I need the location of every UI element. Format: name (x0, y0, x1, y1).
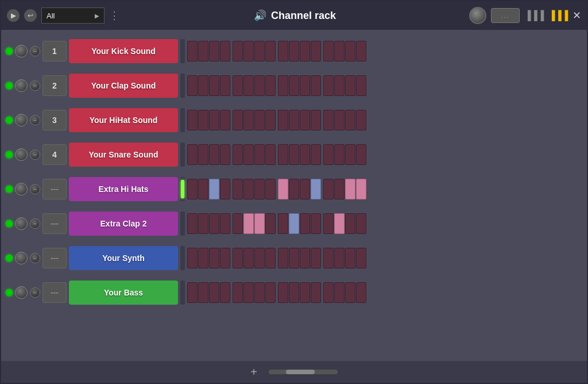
pad[interactable] (300, 282, 310, 303)
channel-led[interactable] (6, 255, 13, 262)
channel-minus-btn[interactable]: − (30, 149, 40, 160)
pattern-dropdown[interactable]: All ▶ (41, 7, 105, 24)
pad[interactable] (300, 248, 310, 268)
channel-label[interactable]: Your Snare Sound (69, 143, 178, 167)
pad[interactable] (243, 282, 254, 303)
pad[interactable] (311, 41, 321, 62)
channel-number[interactable]: --- (42, 179, 67, 199)
add-channel-button[interactable]: + (250, 366, 257, 379)
pad[interactable] (345, 110, 355, 130)
pad[interactable] (265, 41, 276, 62)
pad[interactable] (187, 179, 198, 199)
pad[interactable] (198, 110, 208, 130)
pad[interactable] (198, 213, 208, 234)
pad[interactable] (209, 179, 219, 199)
pad[interactable] (356, 213, 366, 234)
undo-button[interactable]: ↩ (24, 9, 37, 22)
pad[interactable] (334, 110, 345, 130)
pad[interactable] (278, 41, 288, 62)
dots-button[interactable]: ⋮ (109, 9, 121, 22)
pad[interactable] (356, 179, 366, 199)
close-button[interactable]: ✕ (572, 9, 581, 22)
pad[interactable] (254, 213, 265, 234)
pad[interactable] (209, 282, 219, 303)
pad[interactable] (233, 144, 243, 165)
pad[interactable] (209, 213, 219, 234)
pad[interactable] (243, 144, 254, 165)
pad[interactable] (311, 248, 321, 268)
pad[interactable] (311, 213, 321, 234)
pad[interactable] (334, 213, 345, 234)
pad[interactable] (289, 144, 299, 165)
pad[interactable] (323, 179, 334, 199)
pad[interactable] (254, 144, 265, 165)
channel-minus-btn[interactable]: − (30, 218, 40, 229)
channel-minus-btn[interactable]: − (30, 184, 40, 194)
pad[interactable] (334, 248, 345, 268)
channel-number[interactable]: 3 (42, 110, 67, 130)
pad[interactable] (300, 179, 310, 199)
pad[interactable] (233, 282, 243, 303)
channel-label[interactable]: Extra Hi Hats (69, 177, 178, 201)
pad[interactable] (198, 75, 208, 96)
pad[interactable] (356, 282, 366, 303)
pad[interactable] (323, 213, 334, 234)
pad[interactable] (311, 179, 321, 199)
pad[interactable] (334, 144, 345, 165)
channel-volume-knob[interactable] (15, 114, 28, 126)
pad[interactable] (187, 282, 198, 303)
pad[interactable] (334, 41, 345, 62)
channel-led[interactable] (6, 48, 13, 55)
pad[interactable] (278, 282, 288, 303)
pad[interactable] (323, 248, 334, 268)
pad[interactable] (345, 248, 355, 268)
pad[interactable] (300, 144, 310, 165)
pad[interactable] (300, 213, 310, 234)
pad[interactable] (198, 282, 208, 303)
channel-number[interactable]: 1 (42, 41, 67, 62)
pad[interactable] (209, 248, 219, 268)
pad[interactable] (356, 110, 366, 130)
pad[interactable] (323, 75, 334, 96)
channel-label[interactable]: Your Bass (69, 281, 178, 305)
pad[interactable] (233, 248, 243, 268)
pad[interactable] (198, 144, 208, 165)
pad[interactable] (220, 179, 230, 199)
bars-yellow-icon[interactable]: ▐▐▐ (548, 10, 568, 21)
pad[interactable] (209, 75, 219, 96)
channel-minus-btn[interactable]: − (30, 46, 40, 56)
pad[interactable] (187, 248, 198, 268)
title-rect-button[interactable]: ... (491, 8, 520, 23)
pad[interactable] (356, 248, 366, 268)
pad[interactable] (278, 75, 288, 96)
pad[interactable] (311, 282, 321, 303)
pad[interactable] (334, 282, 345, 303)
pad[interactable] (265, 75, 276, 96)
pad[interactable] (278, 110, 288, 130)
pad[interactable] (220, 248, 230, 268)
channel-volume-knob[interactable] (15, 286, 28, 299)
pad[interactable] (311, 75, 321, 96)
pad[interactable] (334, 179, 345, 199)
pad[interactable] (220, 282, 230, 303)
pad[interactable] (278, 179, 288, 199)
pad[interactable] (243, 248, 254, 268)
channel-label[interactable]: Your Clap Sound (69, 74, 178, 98)
channel-volume-knob[interactable] (15, 45, 28, 57)
channel-led[interactable] (6, 289, 13, 296)
pad[interactable] (345, 213, 355, 234)
channel-minus-btn[interactable]: − (30, 80, 40, 91)
pad[interactable] (265, 248, 276, 268)
play-button[interactable]: ▶ (7, 9, 20, 22)
pad[interactable] (254, 282, 265, 303)
pad[interactable] (300, 75, 310, 96)
pad[interactable] (243, 75, 254, 96)
pad[interactable] (265, 179, 276, 199)
channel-number[interactable]: --- (42, 213, 67, 234)
channel-minus-btn[interactable]: − (30, 287, 40, 298)
pad[interactable] (254, 248, 265, 268)
pad[interactable] (233, 41, 243, 62)
pad[interactable] (345, 41, 355, 62)
pad[interactable] (345, 144, 355, 165)
bars-icon[interactable]: ▐▐▐ (524, 10, 544, 21)
